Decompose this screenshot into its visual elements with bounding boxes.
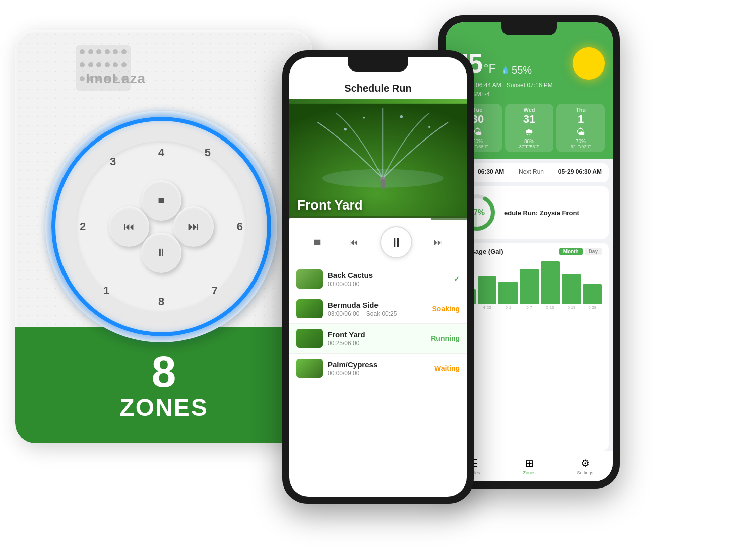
bar-5 (562, 274, 581, 304)
zone-info-back-cactus: Back Cactus 03:00/03:00 (328, 271, 449, 288)
zone-time-front-yard: 00:25/06:00 (328, 340, 426, 347)
pb-pause-button[interactable]: ⏸ (380, 226, 412, 258)
last-run-row: un 06:30 AM Next Run 05-29 06:30 AM (457, 168, 602, 175)
zone-info-front-yard: Front Yard 00:25/06:00 (328, 330, 426, 347)
bar-col-6: 5-28 (583, 284, 602, 310)
playback-controls: ⏹ ⏮ ⏸ ⏭ (289, 220, 467, 264)
svg-point-6 (400, 115, 403, 118)
settings-icon: ⚙ (581, 457, 590, 469)
next-button[interactable]: ⏭ (173, 206, 214, 247)
svg-point-4 (344, 128, 347, 131)
device-bottom-band: 8 ZONES (15, 327, 312, 443)
zone-3: 3 (110, 155, 116, 168)
nav-item-zones[interactable]: ⊞ Zones (501, 455, 557, 477)
phone-front-frame: Schedule Run (282, 50, 474, 504)
progress-bar (289, 218, 467, 220)
zone-item-front-yard[interactable]: Front Yard 00:25/06:00 Running (289, 324, 467, 354)
temp-unit: °F (484, 61, 496, 76)
bar-col-3: 5-7 (520, 269, 539, 310)
zone-info-bermuda-side: Bermuda Side 03:00/06:00 Soak 00:25 (328, 301, 427, 317)
zone-thumb-bermuda-side (296, 299, 323, 318)
bar-col-1: 4-22 (478, 276, 497, 310)
zone-status-front-yard: Running (431, 334, 460, 342)
device-body: ImoLaza 4 5 6 7 8 1 2 3 (15, 30, 312, 443)
weather-top-row: 75 °F 💧 55% (454, 47, 605, 80)
next-run-label: Next Run (519, 168, 544, 175)
schedule-title: Schedule Run (299, 83, 457, 94)
stop-button[interactable]: ■ (141, 180, 181, 221)
svg-rect-3 (381, 179, 385, 189)
toggle-month[interactable]: Month (559, 248, 583, 255)
svg-point-5 (363, 117, 365, 119)
dial-inner: 4 5 6 7 8 1 2 3 ■ ⏮ (76, 141, 247, 312)
zone-time-back-cactus: 03:00/03:00 (328, 281, 449, 288)
scene: ImoLaza 4 5 6 7 8 1 2 3 (0, 0, 756, 557)
zone-time-palm-cypress: 00:00/09:00 (328, 370, 429, 377)
zone-name-bermuda-side: Bermuda Side (328, 301, 427, 309)
phone-front-screen: Schedule Run (289, 57, 467, 497)
toggle-day[interactable]: Day (585, 248, 602, 255)
zone-time-bermuda-side: 03:00/06:00 Soak 00:25 (328, 310, 427, 317)
zone-8: 8 (158, 295, 164, 308)
bar-chart: 4-10 4-22 5-1 5-7 (457, 259, 602, 310)
gauge-title: edule Run: Zoysia Front (504, 209, 602, 217)
day-icon-thu: 🌤 (558, 127, 603, 137)
zone-4: 4 (158, 146, 164, 159)
zone-status-back-cactus: ✓ (454, 275, 460, 283)
zones-number: 8 (152, 350, 176, 394)
pb-next-button[interactable]: ⏭ (428, 232, 449, 252)
zones-icon: ⊞ (525, 457, 534, 469)
brand-label: ImoLaza (86, 71, 146, 87)
zone-7-right: 7 (212, 284, 218, 297)
svg-point-7 (428, 126, 430, 128)
weather-day-wed: Wed 31 🌧 88% 37°F/55°F (505, 104, 553, 152)
playpause-button[interactable]: ⏸ (141, 233, 181, 273)
schedule-hero: Front Yard (289, 99, 467, 220)
sun-icon (573, 47, 605, 80)
bar-3 (520, 269, 539, 304)
hero-zone-label: Front Yard (297, 197, 363, 213)
zones-label: ZONES (119, 394, 208, 422)
pb-stop-button[interactable]: ⏹ (307, 232, 328, 252)
zones-label: Zones (523, 470, 536, 475)
zone-name-front-yard: Front Yard (328, 330, 426, 339)
pb-prev-button[interactable]: ⏮ (344, 232, 364, 252)
weather-sunrise: Sunrise 06:44 AM Sunset 07:16 PM (454, 82, 605, 89)
zone-status-palm-cypress: Waiting (434, 364, 460, 372)
prev-button[interactable]: ⏮ (109, 206, 149, 247)
weather-day-thu: Thu 1 🌤 70% 62°F/92°F (556, 104, 605, 152)
zone-name-back-cactus: Back Cactus (328, 271, 449, 280)
bar-col-5: 5-19 (562, 274, 581, 310)
dial-outer: 4 5 6 7 8 1 2 3 ■ ⏮ (45, 111, 277, 342)
dial-container: 4 5 6 7 8 1 2 3 ■ ⏮ (45, 111, 277, 342)
bar-2 (498, 282, 518, 304)
gauge-info: edule Run: Zoysia Front (504, 209, 602, 217)
bar-col-4: 5-10 (541, 261, 560, 310)
zone-item-palm-cypress[interactable]: Palm/Cypress 00:00/09:00 Waiting (289, 354, 467, 383)
chart-header: ter Usage (Gal) Month Day (457, 248, 602, 255)
zone-status-bermuda-side: Soaking (432, 305, 460, 313)
zone-5: 5 (205, 146, 211, 159)
zone-item-back-cactus[interactable]: Back Cactus 03:00/03:00 ✓ (289, 264, 467, 294)
playpause-icon: ⏸ (156, 246, 167, 259)
zone-thumb-front-yard (296, 329, 323, 348)
zone-thumb-back-cactus (296, 269, 323, 289)
phone-front: Schedule Run (282, 50, 474, 504)
nav-item-settings[interactable]: ⚙ Settings (557, 455, 613, 477)
settings-label: Settings (577, 470, 593, 475)
bar-4 (541, 261, 560, 304)
prev-icon: ⏮ (123, 220, 135, 233)
next-icon: ⏭ (188, 220, 199, 233)
bar-col-2: 5-1 (498, 282, 518, 310)
zone-item-bermuda-side[interactable]: Bermuda Side 03:00/06:00 Soak 00:25 Soak… (289, 294, 467, 324)
phone-back-notch (501, 22, 557, 35)
zone-info-palm-cypress: Palm/Cypress 00:00/09:00 (328, 360, 429, 377)
humidity: 💧 55% (501, 64, 532, 76)
next-run-time: 05-29 06:30 AM (558, 168, 602, 175)
zone-thumb-palm-cypress (296, 359, 323, 378)
last-run-time: 06:30 AM (478, 168, 504, 175)
day-icon-wed: 🌧 (507, 127, 551, 137)
phone-front-notch (348, 57, 408, 72)
bar-6 (583, 284, 602, 304)
bar-1 (478, 276, 497, 304)
